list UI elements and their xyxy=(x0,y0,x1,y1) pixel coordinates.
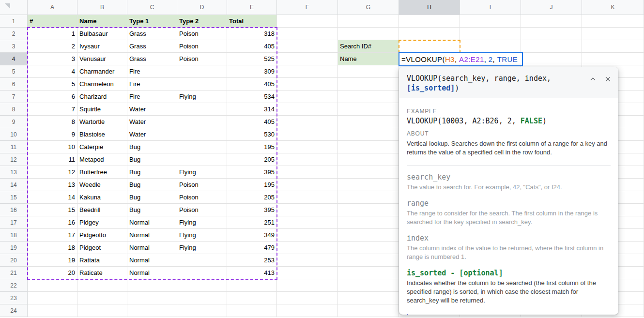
cell-E9[interactable]: 405 xyxy=(227,116,277,128)
cell-B2[interactable]: Bulbasaur xyxy=(77,28,127,40)
cell-C19[interactable]: Normal xyxy=(127,242,177,254)
row-header-1[interactable]: 1 xyxy=(0,15,28,28)
cell-B23[interactable] xyxy=(77,292,127,304)
cell-E22[interactable] xyxy=(227,279,277,292)
cell-F24[interactable] xyxy=(277,304,338,317)
row-header-15[interactable]: 15 xyxy=(0,191,28,204)
cell-G23[interactable] xyxy=(338,292,399,304)
cell-C20[interactable]: Normal xyxy=(127,254,177,267)
cell-D16[interactable]: Poison xyxy=(177,204,227,216)
cell-E20[interactable]: 253 xyxy=(227,254,277,267)
cell-G11[interactable] xyxy=(338,141,399,153)
cell-C11[interactable]: Bug xyxy=(127,141,177,153)
cell-B22[interactable] xyxy=(77,279,127,292)
cell-A16[interactable]: 15 xyxy=(28,204,77,216)
collapse-icon[interactable] xyxy=(589,76,597,83)
cell-A4[interactable]: 3 xyxy=(28,53,77,65)
cell-A15[interactable]: 14 xyxy=(28,191,77,204)
cell-C8[interactable]: Water xyxy=(127,103,177,116)
cell-H3[interactable] xyxy=(399,40,460,53)
cell-F1[interactable] xyxy=(277,15,338,28)
cell-B9[interactable]: Wartortle xyxy=(77,116,127,128)
row-header-20[interactable]: 20 xyxy=(0,254,28,267)
cell-A6[interactable]: 5 xyxy=(28,78,77,91)
cell-F19[interactable] xyxy=(277,242,338,254)
row-header-19[interactable]: 19 xyxy=(0,242,28,254)
cell-F21[interactable] xyxy=(277,267,338,279)
cell-I1[interactable] xyxy=(460,15,521,28)
cell-J4[interactable] xyxy=(521,53,582,65)
cell-B1[interactable]: Name xyxy=(77,15,127,28)
cell-E8[interactable]: 314 xyxy=(227,103,277,116)
cell-J3[interactable] xyxy=(521,40,582,53)
cell-J2[interactable] xyxy=(521,28,582,40)
cell-G5[interactable] xyxy=(338,65,399,78)
cell-H1[interactable] xyxy=(399,15,460,28)
cell-D4[interactable]: Poison xyxy=(177,53,227,65)
cell-G8[interactable] xyxy=(338,103,399,116)
cell-G19[interactable] xyxy=(338,242,399,254)
cell-C7[interactable]: Fire xyxy=(127,91,177,103)
cell-D21[interactable] xyxy=(177,267,227,279)
cell-D24[interactable] xyxy=(177,304,227,317)
learn-more-link[interactable]: Learn more xyxy=(407,313,439,315)
cell-B19[interactable]: Pidgeot xyxy=(77,242,127,254)
cell-F17[interactable] xyxy=(277,216,338,229)
cell-C4[interactable]: Grass xyxy=(127,53,177,65)
cell-C6[interactable]: Fire xyxy=(127,78,177,91)
cell-F22[interactable] xyxy=(277,279,338,292)
column-header-K[interactable]: K xyxy=(582,0,644,15)
cell-A1[interactable]: # xyxy=(28,15,77,28)
cell-A12[interactable]: 11 xyxy=(28,153,77,166)
cell-F10[interactable] xyxy=(277,128,338,141)
cell-F13[interactable] xyxy=(277,166,338,179)
cell-B6[interactable]: Charmeleon xyxy=(77,78,127,91)
cell-F2[interactable] xyxy=(277,28,338,40)
cell-C24[interactable] xyxy=(127,304,177,317)
cell-G15[interactable] xyxy=(338,191,399,204)
cell-G24[interactable] xyxy=(338,304,399,317)
cell-D19[interactable]: Flying xyxy=(177,242,227,254)
cell-C21[interactable]: Normal xyxy=(127,267,177,279)
row-header-13[interactable]: 13 xyxy=(0,166,28,179)
cell-E24[interactable] xyxy=(227,304,277,317)
cell-G20[interactable] xyxy=(338,254,399,267)
cell-E23[interactable] xyxy=(227,292,277,304)
cell-D14[interactable]: Poison xyxy=(177,179,227,191)
cell-F20[interactable] xyxy=(277,254,338,267)
row-header-7[interactable]: 7 xyxy=(0,91,28,103)
cell-A14[interactable]: 13 xyxy=(28,179,77,191)
cell-F11[interactable] xyxy=(277,141,338,153)
cell-F16[interactable] xyxy=(277,204,338,216)
cell-D10[interactable] xyxy=(177,128,227,141)
row-header-2[interactable]: 2 xyxy=(0,28,28,40)
row-header-24[interactable]: 24 xyxy=(0,304,28,317)
cell-C5[interactable]: Fire xyxy=(127,65,177,78)
column-header-A[interactable]: A xyxy=(28,0,77,15)
cell-A19[interactable]: 18 xyxy=(28,242,77,254)
cell-E21[interactable]: 413 xyxy=(227,267,277,279)
cell-F12[interactable] xyxy=(277,153,338,166)
cell-E13[interactable]: 395 xyxy=(227,166,277,179)
cell-A10[interactable]: 9 xyxy=(28,128,77,141)
cell-E6[interactable]: 405 xyxy=(227,78,277,91)
cell-K2[interactable] xyxy=(582,28,644,40)
cell-A9[interactable]: 8 xyxy=(28,116,77,128)
select-all-corner[interactable] xyxy=(0,0,28,15)
cell-B5[interactable]: Charmander xyxy=(77,65,127,78)
cell-B16[interactable]: Beedrill xyxy=(77,204,127,216)
cell-G16[interactable] xyxy=(338,204,399,216)
cell-A20[interactable]: 19 xyxy=(28,254,77,267)
cell-C16[interactable]: Bug xyxy=(127,204,177,216)
cell-G13[interactable] xyxy=(338,166,399,179)
cell-J1[interactable] xyxy=(521,15,582,28)
cell-D17[interactable]: Flying xyxy=(177,216,227,229)
row-header-4[interactable]: 4 xyxy=(0,53,28,65)
row-header-22[interactable]: 22 xyxy=(0,279,28,292)
cell-G21[interactable] xyxy=(338,267,399,279)
cell-D22[interactable] xyxy=(177,279,227,292)
column-header-C[interactable]: C xyxy=(127,0,177,15)
cell-G3[interactable]: Search ID# xyxy=(338,40,399,53)
cell-G22[interactable] xyxy=(338,279,399,292)
cell-E17[interactable]: 251 xyxy=(227,216,277,229)
